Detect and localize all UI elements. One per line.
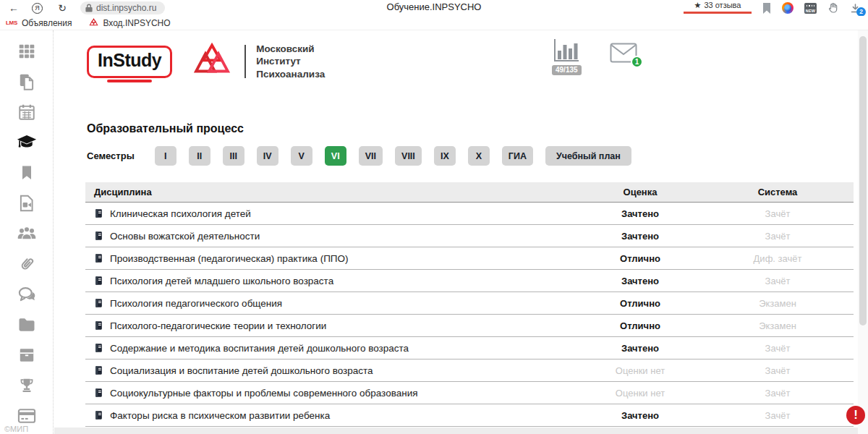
- discipline-name: Производственная (педагогическая) практи…: [110, 253, 349, 264]
- semester-button-1[interactable]: I: [155, 146, 176, 166]
- table-row[interactable]: Психолого-педагогические теории и технол…: [85, 315, 854, 337]
- discipline-name: Социокультурные факторы и проблемы совре…: [110, 388, 417, 399]
- sidebar-item-education[interactable]: [0, 127, 53, 158]
- book-icon: [94, 343, 103, 353]
- column-grade: Оценка: [579, 187, 702, 197]
- column-system: Система: [702, 187, 854, 197]
- table-row[interactable]: Психология педагогического общения Отлич…: [85, 292, 854, 315]
- documents-icon: [17, 72, 36, 91]
- grade-value: Оценки нет: [579, 388, 702, 399]
- semester-button-8[interactable]: VIII: [395, 146, 422, 166]
- grade-value: Зачтено: [579, 276, 702, 286]
- semesters-label: Семестры: [87, 150, 135, 161]
- semester-button-10[interactable]: X: [468, 146, 490, 166]
- scrollbar-track[interactable]: [858, 30, 868, 434]
- site-reviews[interactable]: ★ 33 отзыва: [684, 1, 752, 14]
- sidebar-item-messages[interactable]: [0, 279, 53, 310]
- grade-value: Зачтено: [579, 410, 702, 421]
- chat-bubbles-icon: [17, 284, 37, 305]
- page-header: InStudy Московский Институт Психоанализа: [87, 38, 325, 85]
- sidebar-item-bookmarks[interactable]: [0, 158, 53, 188]
- bookmark-item-inpsycho[interactable]: Вход.INPSYCHO: [89, 18, 170, 28]
- book-icon: [94, 320, 103, 331]
- error-notification-icon[interactable]: !: [846, 406, 865, 425]
- grade-value: Зачтено: [579, 208, 702, 219]
- sidebar-item-documents[interactable]: [0, 67, 53, 97]
- table-row[interactable]: Социокультурные факторы и проблемы совре…: [85, 382, 854, 404]
- lms-favicon: LMS: [6, 20, 17, 26]
- system-value: Зачёт: [702, 365, 854, 376]
- paperclip-icon: [17, 255, 36, 273]
- semester-button-7[interactable]: VII: [359, 146, 383, 166]
- page-title: Образовательный процесс: [87, 122, 244, 135]
- institute-line: Московский: [256, 43, 325, 55]
- column-discipline: Дисциплина: [85, 187, 579, 197]
- sidebar-item-folder[interactable]: [0, 310, 53, 340]
- calendar-icon: [17, 103, 36, 122]
- back-icon[interactable]: ←: [4, 2, 23, 14]
- institute-line: Институт: [256, 55, 325, 67]
- discipline-name: Клиническая психология детей: [110, 208, 251, 219]
- lock-icon: [85, 4, 93, 12]
- bookmark-item-lms[interactable]: LMS Объявления: [6, 18, 72, 28]
- instudy-logo[interactable]: InStudy: [87, 46, 172, 78]
- sidebar-item-apps[interactable]: [0, 36, 53, 67]
- semester-button-4[interactable]: IV: [257, 146, 278, 166]
- downloads-badge: 2: [856, 7, 866, 17]
- semester-button-9[interactable]: IX: [434, 146, 456, 166]
- table-header: Дисциплина Оценка Система: [85, 182, 854, 203]
- reviews-count: 33 отзыва: [704, 1, 741, 9]
- semester-button-2[interactable]: II: [189, 146, 210, 166]
- bookmarks-bar: LMS Объявления Вход.INPSYCHO: [0, 16, 868, 30]
- table-row[interactable]: Клиническая психология детей Зачтено Зач…: [85, 203, 854, 225]
- sidebar-item-attachments[interactable]: [0, 249, 53, 279]
- table-row[interactable]: Социализация и воспитание детей дошкольн…: [85, 359, 854, 382]
- scrollbar-thumb[interactable]: [859, 36, 867, 326]
- curriculum-button[interactable]: Учебный план: [545, 146, 631, 166]
- new-extension-icon[interactable]: NEW: [804, 3, 817, 14]
- system-value: Зачёт: [702, 410, 854, 421]
- sidebar: ©МИП: [0, 30, 54, 434]
- credit-card-icon: [17, 406, 37, 426]
- header-divider: [244, 45, 246, 78]
- book-icon: [94, 410, 103, 420]
- sidebar-item-awards[interactable]: [0, 370, 53, 401]
- browser-extension-icon[interactable]: [782, 2, 793, 14]
- semester-button-5[interactable]: V: [291, 146, 312, 166]
- semester-button-3[interactable]: III: [223, 146, 244, 166]
- downloads-button[interactable]: 2: [850, 3, 861, 14]
- grade-value: Зачтено: [579, 343, 702, 354]
- sidebar-item-users[interactable]: [0, 218, 53, 249]
- sidebar-item-calendar[interactable]: [0, 97, 53, 127]
- semester-button-6-active[interactable]: VI: [325, 146, 346, 166]
- browser-toolbar: ← Я ↻ dist.inpsycho.ru Обучение.INPSYCHO…: [0, 0, 868, 16]
- mip-logo[interactable]: [192, 42, 231, 81]
- table-row[interactable]: Факторы риска в психическом развитии реб…: [85, 404, 854, 427]
- table-row[interactable]: Содержание и методика воспитания детей д…: [85, 337, 854, 359]
- institute-name: Московский Институт Психоанализа: [256, 43, 325, 80]
- progress-widget[interactable]: 49/135: [552, 38, 582, 75]
- hand-icon[interactable]: [827, 2, 839, 14]
- table-row[interactable]: Производственная (педагогическая) практи…: [85, 247, 854, 270]
- semester-button-gia[interactable]: ГИА: [502, 146, 533, 166]
- table-row[interactable]: Основы вожатской деятельности Зачтено За…: [85, 225, 854, 247]
- yandex-browser-icon[interactable]: Я: [32, 3, 43, 14]
- refresh-icon[interactable]: ↻: [53, 2, 72, 14]
- sidebar-item-archive[interactable]: [0, 340, 53, 370]
- bookmark-icon[interactable]: [762, 3, 771, 14]
- sidebar-item-video[interactable]: [0, 188, 53, 218]
- mail-widget[interactable]: 1: [610, 43, 637, 63]
- book-icon: [94, 208, 103, 218]
- discipline-name: Социализация и воспитание детей дошкольн…: [110, 365, 373, 376]
- table-row[interactable]: Психология детей младшего школьного возр…: [85, 270, 854, 292]
- users-group-icon: [17, 224, 37, 244]
- address-bar[interactable]: dist.inpsycho.ru: [80, 1, 165, 14]
- main-content: InStudy Московский Институт Психоанализа…: [54, 30, 858, 434]
- system-value: Экзамен: [702, 320, 854, 331]
- bookmark-label: Вход.INPSYCHO: [103, 18, 170, 28]
- grade-value: Отлично: [579, 320, 702, 331]
- archive-box-icon: [17, 346, 36, 365]
- grade-value: Оценки нет: [579, 365, 702, 376]
- discipline-name: Психология педагогического общения: [110, 298, 282, 309]
- mip-favicon: [89, 18, 98, 27]
